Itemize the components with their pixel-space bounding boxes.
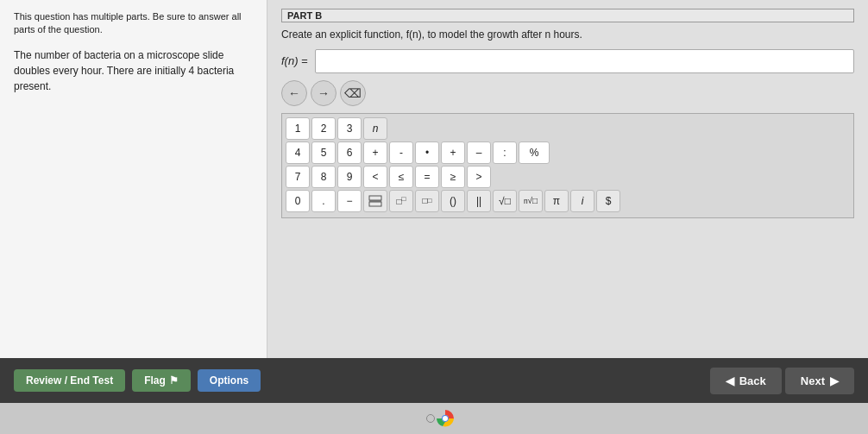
next-label: Next (801, 374, 825, 387)
key-eq[interactable]: = (415, 166, 439, 188)
key-lt[interactable]: < (363, 166, 387, 188)
next-arrow-icon: ▶ (830, 374, 839, 387)
key-plus[interactable]: + (363, 142, 387, 164)
key-subscript[interactable]: □□ (415, 190, 439, 212)
part-instruction: Create an explicit function, f(n), to mo… (281, 28, 854, 42)
key-times[interactable]: + (441, 142, 465, 164)
delete-button[interactable]: ⌫ (340, 80, 366, 106)
key-period[interactable]: . (311, 190, 336, 212)
right-arrow-button[interactable]: → (311, 80, 337, 106)
flag-button[interactable]: Flag ⚑ (132, 369, 191, 392)
key-parens[interactable]: () (441, 190, 465, 212)
next-button[interactable]: Next ▶ (785, 368, 854, 394)
left-panel: This question has multiple parts. Be sur… (0, 0, 267, 358)
key-0[interactable]: 0 (286, 190, 310, 212)
key-geq[interactable]: ≥ (441, 166, 465, 188)
fn-label: f(n) = (281, 54, 308, 67)
key-gt[interactable]: > (467, 166, 491, 188)
svg-rect-2 (369, 202, 381, 206)
key-8[interactable]: 8 (311, 166, 336, 188)
part-label: PART B (281, 9, 854, 22)
chrome-icon (435, 408, 456, 429)
key-neg[interactable]: − (337, 190, 362, 212)
left-arrow-button[interactable]: ← (281, 80, 307, 106)
circle-indicator (426, 414, 435, 423)
bottom-right-nav: ◀ Back Next ▶ (710, 368, 854, 394)
taskbar (0, 403, 868, 434)
bottom-bar: Review / End Test Flag ⚑ Options ◀ Back … (0, 358, 868, 403)
key-n[interactable]: n (363, 117, 387, 140)
key-6[interactable]: 6 (337, 142, 362, 164)
key-abs[interactable]: || (467, 190, 491, 212)
key-fraction[interactable] (363, 190, 387, 212)
options-button[interactable]: Options (198, 369, 261, 392)
back-arrow-icon: ◀ (726, 374, 734, 387)
key-dot[interactable]: • (415, 142, 439, 164)
key-colon[interactable]: : (493, 142, 517, 164)
math-keyboard: 1 2 3 n 4 5 6 + - • + – : % 7 8 (281, 113, 854, 218)
svg-rect-0 (369, 196, 381, 200)
key-row-2: 4 5 6 + - • + – : % (286, 142, 850, 164)
key-i[interactable]: i (570, 190, 594, 212)
key-3[interactable]: 3 (337, 117, 362, 140)
key-7[interactable]: 7 (286, 166, 310, 188)
question-intro: This question has multiple parts. Be sur… (14, 10, 253, 37)
flag-icon: ⚑ (169, 374, 179, 387)
key-nth-root[interactable]: n√□ (519, 190, 543, 212)
key-leq[interactable]: ≤ (389, 166, 413, 188)
flag-label: Flag (144, 374, 166, 387)
key-5[interactable]: 5 (311, 142, 336, 164)
right-panel: PART B Create an explicit function, f(n)… (267, 0, 868, 358)
back-button[interactable]: ◀ Back (710, 368, 782, 394)
key-dollar[interactable]: $ (596, 190, 620, 212)
review-end-test-button[interactable]: Review / End Test (14, 369, 125, 392)
key-pi[interactable]: π (544, 190, 569, 212)
key-sqrt[interactable]: √□ (493, 190, 517, 212)
fn-input[interactable] (315, 49, 854, 73)
question-text: The number of bacteria on a microscope s… (14, 47, 253, 94)
key-superscript[interactable]: □□ (389, 190, 413, 212)
key-1[interactable]: 1 (286, 117, 310, 140)
key-row-3: 7 8 9 < ≤ = ≥ > (286, 166, 850, 188)
key-9[interactable]: 9 (337, 166, 362, 188)
key-4[interactable]: 4 (286, 142, 310, 164)
nav-buttons: ← → ⌫ (281, 80, 854, 106)
key-2[interactable]: 2 (311, 117, 336, 140)
key-endash[interactable]: – (467, 142, 491, 164)
back-label: Back (739, 374, 766, 387)
key-percent[interactable]: % (519, 142, 550, 164)
svg-point-4 (443, 416, 448, 421)
key-row-4: 0 . − □□ □□ () || √□ (286, 190, 850, 212)
key-minus[interactable]: - (389, 142, 413, 164)
key-row-1: 1 2 3 n (286, 117, 850, 140)
fn-row: f(n) = (281, 49, 854, 73)
